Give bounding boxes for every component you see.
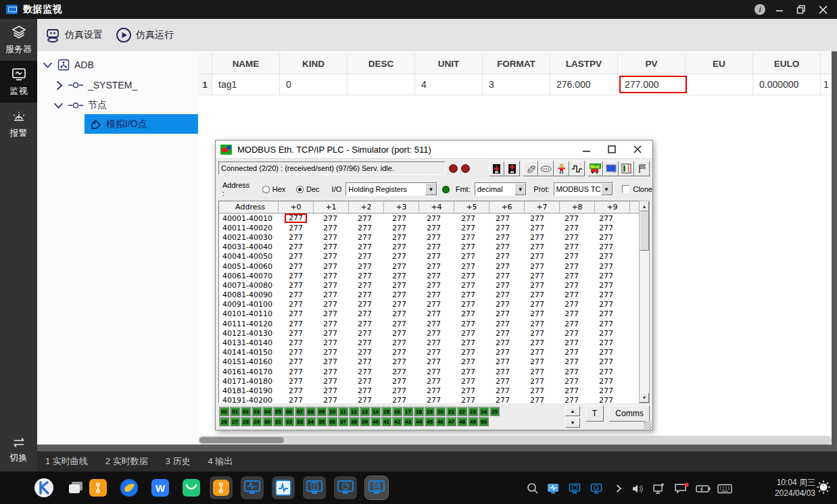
station-led[interactable]: 33 <box>295 417 305 426</box>
register-value[interactable]: 277 <box>485 396 520 403</box>
register-value[interactable]: 277 <box>554 338 589 347</box>
register-value[interactable]: 277 <box>279 357 313 366</box>
register-value[interactable]: 277 <box>485 357 520 366</box>
register-value[interactable]: 277 <box>348 281 382 290</box>
register-value[interactable]: 277 <box>313 386 348 395</box>
statusbar-item[interactable]: 4 输出 <box>208 455 233 468</box>
register-value[interactable]: 277 <box>416 348 451 357</box>
modbus-minimize-button[interactable] <box>581 144 592 155</box>
station-led[interactable]: 30 <box>262 417 272 426</box>
register-value[interactable]: 277 <box>451 224 485 232</box>
register-value[interactable]: 277 <box>382 281 416 290</box>
station-led[interactable]: 16 <box>392 407 402 416</box>
sidebar-item-switch[interactable]: 切换 <box>0 430 37 469</box>
register-value[interactable]: 277 <box>416 309 451 318</box>
register-value[interactable]: 277 <box>279 329 313 338</box>
station-led[interactable]: 44 <box>414 417 424 426</box>
comms-button[interactable]: Comms <box>609 405 650 422</box>
station-led[interactable]: 19 <box>425 407 435 416</box>
register-value[interactable]: 277 <box>313 262 348 271</box>
register-value[interactable]: 277 <box>382 396 416 403</box>
register-value[interactable]: 277 <box>520 338 554 347</box>
hex-label[interactable]: Hex <box>272 185 286 193</box>
register-value[interactable]: 277 <box>485 386 520 395</box>
register-value[interactable]: 277 <box>589 272 623 280</box>
modbus-maximize-button[interactable] <box>606 144 617 155</box>
register-value[interactable]: 277 <box>520 396 554 403</box>
register-value[interactable]: 277 <box>485 233 520 242</box>
register-value[interactable]: 277 <box>279 213 313 223</box>
register-value[interactable]: 277 <box>416 281 451 290</box>
register-value[interactable]: 277 <box>348 368 382 376</box>
register-value[interactable]: 277 <box>313 357 348 366</box>
register-value[interactable]: 277 <box>451 348 485 357</box>
station-led[interactable]: 14 <box>370 407 381 416</box>
register-value[interactable]: 277 <box>416 357 451 366</box>
station-led[interactable]: 41 <box>381 417 391 426</box>
register-value[interactable]: 277 <box>485 338 520 347</box>
import-button[interactable] <box>489 161 504 176</box>
register-value[interactable]: 277 <box>313 291 348 299</box>
register-value[interactable]: 277 <box>416 243 451 251</box>
register-value[interactable]: 277 <box>451 281 485 290</box>
t-button[interactable]: T <box>585 405 604 422</box>
station-led[interactable]: 08 <box>306 407 316 416</box>
register-value[interactable]: 277 <box>348 272 382 280</box>
modbus-close-button[interactable] <box>632 144 643 155</box>
register-value[interactable]: 277 <box>416 233 451 242</box>
sidebar-item-server[interactable]: 服务器 <box>0 19 37 61</box>
register-value[interactable]: 277 <box>554 262 589 271</box>
register-value[interactable]: 277 <box>382 320 416 328</box>
register-value[interactable]: 277 <box>348 396 382 403</box>
orange-app-icon[interactable] <box>87 476 110 499</box>
register-value[interactable]: 277 <box>485 291 520 299</box>
register-value[interactable]: 277 <box>554 377 589 386</box>
register-value[interactable]: 277 <box>348 214 382 223</box>
monitor-db-app-icon[interactable] <box>365 476 388 499</box>
column-header[interactable]: LASTPV <box>550 53 618 74</box>
screen-button[interactable] <box>603 161 619 176</box>
register-value[interactable]: 277 <box>348 320 382 328</box>
station-led[interactable]: 10 <box>327 407 337 416</box>
column-header[interactable]: PV <box>618 53 686 74</box>
register-value[interactable]: 277 <box>554 272 589 280</box>
keyboard-icon[interactable] <box>717 481 733 496</box>
register-value[interactable]: 277 <box>485 272 520 280</box>
register-value[interactable]: 277 <box>485 262 520 271</box>
tray-laptop-icon[interactable] <box>567 481 583 496</box>
station-led[interactable]: 04 <box>262 407 272 416</box>
register-value[interactable]: 277 <box>485 368 520 376</box>
station-led[interactable]: 12 <box>349 407 359 416</box>
register-value[interactable]: 277 <box>520 214 554 223</box>
register-value[interactable]: 277 <box>589 309 623 318</box>
column-header[interactable]: KIND <box>280 53 348 74</box>
register-value[interactable]: 277 <box>313 348 348 357</box>
register-value[interactable]: 277 <box>589 377 623 386</box>
station-led[interactable]: 21 <box>446 407 456 416</box>
register-value[interactable]: 277 <box>589 368 623 376</box>
battery-icon[interactable] <box>695 481 711 496</box>
tray-monitor-icon[interactable] <box>545 481 561 496</box>
register-value[interactable]: 277 <box>451 368 485 376</box>
dropdown-arrow-icon[interactable]: ▼ <box>515 183 526 195</box>
register-value[interactable]: 277 <box>554 329 589 338</box>
register-value[interactable]: 277 <box>520 300 554 309</box>
station-led[interactable]: 48 <box>457 417 467 426</box>
tree-node-points[interactable]: 节点 <box>53 97 107 114</box>
register-value[interactable]: 277 <box>382 357 416 366</box>
register-value[interactable]: 277 <box>348 309 382 318</box>
register-value[interactable]: 277 <box>451 320 485 328</box>
close-button[interactable] <box>815 3 830 16</box>
register-value[interactable]: 277 <box>279 396 313 403</box>
register-value[interactable]: 277 <box>279 309 313 318</box>
clone-label[interactable]: Clone <box>633 185 652 193</box>
register-value[interactable]: 277 <box>520 243 554 251</box>
dropdown-arrow-icon[interactable]: ▼ <box>601 183 613 195</box>
resize-grip[interactable] <box>644 421 652 429</box>
register-value[interactable]: 277 <box>313 224 348 232</box>
register-value[interactable]: 277 <box>520 272 554 280</box>
register-value[interactable]: 277 <box>589 320 623 328</box>
station-led[interactable]: 43 <box>403 417 413 426</box>
browser-icon[interactable] <box>118 476 141 499</box>
register-value[interactable]: 277 <box>382 291 416 299</box>
